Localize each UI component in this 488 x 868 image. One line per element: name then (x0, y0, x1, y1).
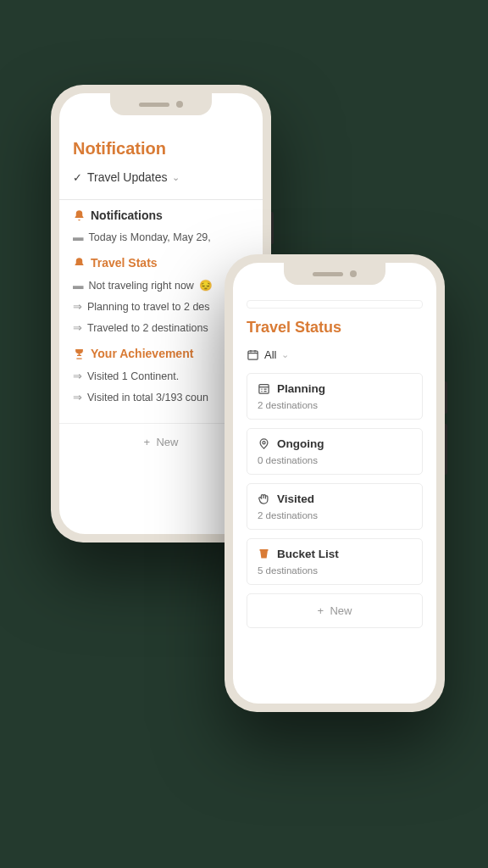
wave-hand-icon (258, 492, 270, 505)
section-notifications: Notifications (73, 209, 249, 222)
travel-status-screen: Travel Status All ⌄ Planning 2 destinati… (233, 263, 436, 704)
emoji-face-icon: 😔 (199, 279, 213, 292)
card-subtitle: 2 destinations (258, 510, 412, 520)
page-title: Travel Status (247, 319, 423, 337)
card-subtitle: 5 destinations (258, 565, 412, 576)
section-heading: Travel Stats (91, 256, 158, 270)
bell-icon (73, 209, 86, 222)
notification-line: ▬ Not traveling right now 😔 (73, 275, 249, 296)
power-button (445, 381, 447, 414)
card-subtitle: 0 destinations (258, 455, 412, 465)
status-card-planning[interactable]: Planning 2 destinations (247, 373, 423, 420)
section-achievement: Your Achievement (73, 347, 249, 360)
front-camera (350, 270, 357, 277)
card-title-text: Bucket List (277, 548, 339, 560)
calendar-list-icon (258, 382, 270, 395)
notification-line: ⇒ Traveled to 2 destinations (73, 317, 249, 338)
status-card-visited[interactable]: Visited 2 destinations (247, 483, 423, 530)
phone-notch (284, 263, 385, 285)
new-label: New (330, 604, 352, 617)
chevron-down-icon: ⌄ (172, 172, 180, 183)
card-title-text: Planning (277, 382, 325, 395)
calendar-icon (247, 348, 259, 361)
filter-label: All (264, 348, 276, 361)
bullet-icon: ▬ (73, 231, 84, 243)
new-label: New (156, 436, 178, 448)
speaker-slot (313, 272, 343, 276)
map-pin-icon (258, 437, 270, 450)
line-text: Visited 1 Continent. (87, 370, 179, 382)
arrow-icon: ⇒ (73, 391, 82, 403)
phone-mock-travel-status: Travel Status All ⌄ Planning 2 destinati… (225, 254, 445, 712)
power-button (271, 212, 274, 244)
section-heading: Your Achievement (91, 347, 193, 360)
bullet-icon: ▬ (73, 280, 84, 292)
bell-solid-icon (73, 257, 86, 270)
front-camera (176, 101, 183, 108)
plus-icon: + (318, 604, 330, 617)
arrow-icon: ⇒ (73, 370, 82, 382)
divider (59, 199, 263, 200)
volume-button (445, 424, 447, 475)
bucket-icon (258, 548, 270, 560)
notification-line: ⇒ Planning to travel to 2 des (73, 296, 249, 317)
notification-line: ⇒ Visited in total 3/193 coun (73, 387, 249, 408)
card-title-text: Ongoing (277, 437, 324, 450)
chevron-down-icon: ⌄ (281, 349, 289, 360)
check-icon: ✓ (73, 171, 82, 184)
arrow-icon: ⇒ (73, 321, 82, 334)
line-text: Today is Monday, May 29, (89, 231, 211, 243)
speaker-slot (139, 103, 169, 107)
line-text: Not traveling right now (89, 280, 194, 292)
top-card-placeholder (247, 300, 423, 309)
dropdown-label: Travel Updates (87, 170, 167, 184)
card-subtitle: 2 destinations (258, 400, 412, 410)
line-text: Traveled to 2 destinations (87, 322, 208, 334)
line-text: Visited in total 3/193 coun (87, 392, 208, 403)
section-travel-stats: Travel Stats (73, 256, 249, 270)
status-card-ongoing[interactable]: Ongoing 0 destinations (247, 428, 423, 475)
page-title: Notification (73, 139, 249, 159)
card-title-text: Visited (277, 492, 314, 505)
plus-icon: + (144, 436, 157, 448)
svg-point-2 (263, 442, 265, 444)
new-button[interactable]: + New (247, 593, 423, 628)
trophy-icon (73, 348, 86, 360)
notification-line: ⇒ Visited 1 Continent. (73, 365, 249, 387)
status-card-bucket-list[interactable]: Bucket List 5 destinations (247, 538, 423, 585)
svg-rect-0 (248, 351, 258, 359)
arrow-icon: ⇒ (73, 300, 82, 313)
phone-notch (110, 93, 212, 115)
filter-dropdown[interactable]: All ⌄ (247, 348, 423, 361)
line-text: Planning to travel to 2 des (87, 301, 210, 313)
travel-updates-dropdown[interactable]: ✓ Travel Updates ⌄ (73, 170, 249, 184)
notification-line: ▬ Today is Monday, May 29, (73, 227, 249, 248)
section-heading: Notifications (91, 209, 163, 222)
